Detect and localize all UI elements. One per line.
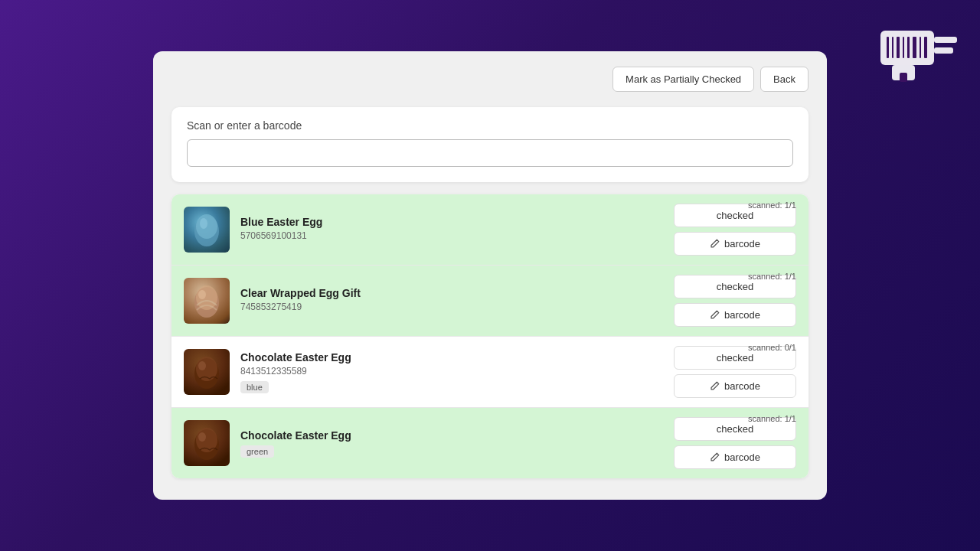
table-row: scanned: 1/1 Clear Wrapped Egg Gift 7458… <box>172 266 808 337</box>
svg-rect-9 <box>920 37 921 58</box>
product-name: Chocolate Easter Egg <box>240 429 663 442</box>
product-info: Chocolate Easter Egg 8413512335589 blue <box>230 351 674 393</box>
scanned-badge: scanned: 0/1 <box>748 343 796 352</box>
product-actions: checked barcode <box>674 275 796 327</box>
main-card: Mark as Partially Checked Back Scan or e… <box>153 51 827 500</box>
product-name: Blue Easter Egg <box>240 216 663 228</box>
barcode-button[interactable]: barcode <box>674 374 796 398</box>
svg-rect-8 <box>913 37 916 58</box>
products-container: scanned: 1/1 Blue Easter Egg 57065691001… <box>172 194 808 478</box>
pencil-icon <box>710 381 720 391</box>
table-row: scanned: 0/1 Chocolate Easter Egg 841351… <box>172 337 808 408</box>
svg-rect-3 <box>887 37 889 58</box>
scan-area: Scan or enter a barcode <box>172 107 808 182</box>
table-row: scanned: 1/1 Chocolate Easter Egg green … <box>172 408 808 478</box>
product-info: Chocolate Easter Egg green <box>230 429 674 458</box>
table-row: scanned: 1/1 Blue Easter Egg 57065691001… <box>172 194 808 266</box>
product-actions: checked barcode <box>674 204 796 256</box>
product-barcode: 5706569100131 <box>240 230 663 241</box>
pencil-icon <box>710 310 720 320</box>
scanned-badge: scanned: 1/1 <box>748 201 796 210</box>
product-name: Clear Wrapped Egg Gift <box>240 287 663 299</box>
product-thumbnail <box>184 420 230 466</box>
svg-point-15 <box>200 218 207 229</box>
svg-point-18 <box>198 290 206 299</box>
barcode-button[interactable]: barcode <box>674 232 796 256</box>
barcode-button[interactable]: barcode <box>674 303 796 327</box>
pencil-icon <box>710 452 720 462</box>
product-actions: checked barcode <box>674 417 796 469</box>
product-info: Clear Wrapped Egg Gift 745853275419 <box>230 287 674 315</box>
svg-rect-6 <box>903 37 904 58</box>
svg-rect-4 <box>892 37 893 58</box>
svg-point-21 <box>198 361 206 370</box>
back-button[interactable]: Back <box>760 67 808 92</box>
product-info: Blue Easter Egg 5706569100131 <box>230 216 674 244</box>
product-tag: green <box>240 445 274 458</box>
product-barcode: 8413512335589 <box>240 366 663 377</box>
svg-rect-10 <box>924 37 927 58</box>
product-barcode: 745853275419 <box>240 302 663 312</box>
mark-partially-checked-button[interactable]: Mark as Partially Checked <box>612 67 754 92</box>
barcode-button[interactable]: barcode <box>674 445 796 469</box>
product-actions: checked barcode <box>674 346 796 398</box>
scan-label: Scan or enter a barcode <box>187 119 793 132</box>
scanned-badge: scanned: 1/1 <box>748 414 796 423</box>
product-thumbnail <box>184 278 230 324</box>
svg-rect-12 <box>900 73 907 82</box>
svg-rect-2 <box>934 47 953 54</box>
svg-rect-5 <box>897 37 900 58</box>
product-tag: blue <box>240 381 269 393</box>
product-thumbnail <box>184 207 230 253</box>
app-logo <box>873 15 965 84</box>
svg-rect-7 <box>907 37 910 58</box>
pencil-icon <box>710 239 720 249</box>
scanned-badge: scanned: 1/1 <box>748 272 796 281</box>
svg-rect-1 <box>934 37 957 43</box>
svg-point-24 <box>198 432 206 442</box>
svg-point-17 <box>196 285 217 310</box>
product-thumbnail <box>184 349 230 395</box>
product-name: Chocolate Easter Egg <box>240 351 663 364</box>
top-bar: Mark as Partially Checked Back <box>172 67 808 92</box>
barcode-input[interactable] <box>187 139 793 167</box>
